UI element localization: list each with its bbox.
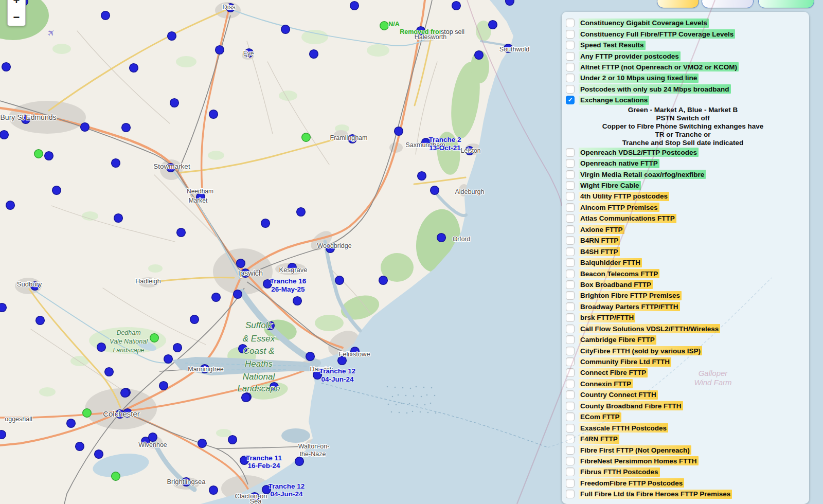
exchange-marker-blue[interactable] (306, 352, 315, 361)
exchange-marker-blue[interactable] (198, 439, 207, 448)
layer-checkbox[interactable] (566, 203, 575, 212)
layer-checkbox[interactable] (566, 236, 575, 245)
layer-checkbox[interactable] (566, 357, 575, 366)
layer-label[interactable]: Constituency Gigabit Coverage Levels (579, 19, 709, 28)
layer-label[interactable]: Speed Test Results (579, 41, 646, 50)
layer-label[interactable]: CityFibre FTTH (sold by various ISP) (579, 346, 702, 355)
layer-checkbox[interactable] (566, 435, 575, 443)
exchange-marker-green[interactable] (302, 133, 311, 142)
layer-label[interactable]: Call Flow Solutions VDSL2/FTTH/Wireless (579, 324, 720, 333)
exchange-marker-blue[interactable] (112, 159, 120, 168)
layer-label[interactable]: Axione FTTP (579, 225, 624, 234)
layer-label[interactable]: Community Fibre Ltd FTTH (579, 357, 671, 367)
layer-checkbox[interactable] (566, 247, 575, 256)
exchange-marker-blue[interactable] (81, 123, 90, 132)
exchange-marker-blue[interactable] (297, 208, 306, 217)
layer-checkbox[interactable] (566, 30, 575, 39)
layer-label[interactable]: Box Broadband FTTP (579, 280, 653, 289)
layer-label[interactable]: ECom FTTP (579, 412, 621, 422)
exchange-marker-blue[interactable] (190, 315, 199, 324)
layer-label[interactable]: Country Connect FTTH (579, 390, 658, 400)
layer-label[interactable]: Constituency Full Fibre/FTTP Coverage Le… (579, 29, 735, 39)
layer-label[interactable]: Beacon Telecoms FTTP (579, 269, 659, 278)
zoom-out-button[interactable]: − (8, 9, 25, 26)
exchange-marker-blue[interactable] (209, 486, 218, 495)
layer-label[interactable]: Any FTTP provider postcodes (579, 51, 681, 61)
exchange-marker-blue[interactable] (295, 457, 304, 466)
exchange-marker-blue[interactable] (114, 214, 123, 223)
layer-checkbox[interactable] (566, 313, 575, 322)
layer-checkbox[interactable] (566, 85, 575, 94)
exchange-marker-blue[interactable] (431, 186, 439, 195)
exchange-marker-blue[interactable] (379, 276, 388, 285)
exchange-marker-blue[interactable] (170, 99, 179, 107)
exchange-marker-blue[interactable] (0, 131, 8, 139)
zoom-in-button[interactable]: + (8, 0, 25, 9)
layer-checkbox[interactable] (566, 390, 575, 399)
exchange-marker-blue[interactable] (67, 419, 76, 428)
layer-checkbox[interactable] (566, 412, 575, 421)
exchange-marker-blue[interactable] (0, 430, 6, 439)
layer-label[interactable]: Exchange Locations (579, 96, 649, 105)
exchange-marker-blue[interactable] (95, 450, 103, 459)
layer-checkbox[interactable] (566, 52, 575, 61)
exchange-marker-blue[interactable] (177, 228, 186, 237)
layer-checkbox[interactable] (566, 41, 575, 49)
exchange-marker-blue[interactable] (489, 21, 497, 29)
layer-checkbox[interactable] (566, 192, 575, 201)
layer-checkbox[interactable] (566, 291, 575, 300)
layer-checkbox[interactable] (566, 302, 575, 311)
exchange-marker-blue[interactable] (2, 63, 11, 71)
exchange-marker-green[interactable] (112, 472, 120, 481)
exchange-marker-blue[interactable] (45, 152, 53, 160)
layer-checkbox[interactable] (566, 446, 575, 455)
exchange-marker-blue[interactable] (395, 127, 403, 136)
exchange-marker-blue[interactable] (261, 219, 270, 228)
exchange-marker-blue[interactable] (310, 50, 318, 59)
layer-checkbox[interactable] (566, 225, 575, 234)
exchange-marker-blue[interactable] (164, 355, 173, 364)
layer-checkbox[interactable] (566, 368, 575, 377)
exchange-marker-blue[interactable] (242, 393, 251, 402)
layer-checkbox[interactable] (566, 148, 575, 157)
layer-checkbox[interactable] (566, 347, 575, 355)
layer-label[interactable]: B4SH FTTP (579, 247, 620, 256)
exchange-marker-blue[interactable] (121, 389, 130, 398)
exchange-marker-blue[interactable] (149, 433, 157, 442)
exchange-marker-blue[interactable] (52, 186, 61, 195)
layer-label[interactable]: Atlas Communications FTTP (579, 214, 676, 223)
exchange-marker-blue[interactable] (173, 344, 182, 352)
top-button-white[interactable] (702, 0, 754, 8)
top-button-green[interactable] (758, 0, 814, 8)
layer-label[interactable]: Alncom FTTP Premises (579, 203, 659, 212)
layer-label[interactable]: Connect Fibre FTTP (579, 368, 648, 377)
layer-checkbox[interactable] (566, 380, 575, 388)
exchange-marker-blue[interactable] (506, 0, 514, 5)
exchange-marker-blue[interactable] (237, 259, 245, 268)
layer-label[interactable]: Full Fibre Ltd t/a Fibre Heroes FTTP Pre… (579, 490, 732, 499)
exchange-marker-blue[interactable] (76, 442, 84, 451)
exchange-marker-blue[interactable] (437, 233, 446, 242)
exchange-marker-blue[interactable] (293, 297, 302, 305)
layer-checkbox[interactable] (566, 490, 575, 498)
exchange-marker-blue[interactable] (105, 368, 114, 376)
layer-label[interactable]: brsk FTTP/FTTH (579, 313, 635, 322)
layer-label[interactable]: Broadway Parters FTTP/FTTH (579, 302, 680, 311)
layer-label[interactable]: FibreNest Persimmon Homes FTTH (579, 456, 699, 465)
layer-label[interactable]: Brighton Fibre FTTP Premises (579, 291, 682, 300)
top-button-yellow[interactable] (657, 0, 699, 8)
exchange-marker-blue[interactable] (418, 172, 426, 181)
exchange-marker-blue[interactable] (335, 276, 344, 285)
layer-label[interactable]: FreedomFibre FTTP Postcodes (579, 478, 684, 488)
layer-label[interactable]: Under 2 or 10 Mbps using fixed line (579, 74, 699, 83)
exchange-marker-green[interactable] (150, 334, 159, 343)
layer-checkbox[interactable] (566, 457, 575, 465)
layer-label[interactable]: B4RN FTTP (579, 236, 620, 245)
exchange-marker-green[interactable] (380, 22, 389, 30)
layer-checkbox[interactable] (566, 467, 575, 476)
exchange-marker-blue[interactable] (122, 123, 131, 132)
exchange-marker-blue[interactable] (475, 51, 484, 60)
exchange-marker-blue[interactable] (228, 436, 237, 444)
layer-label[interactable]: Fibrus FTTH Postcodes (579, 467, 660, 477)
layer-checkbox[interactable] (566, 280, 575, 289)
